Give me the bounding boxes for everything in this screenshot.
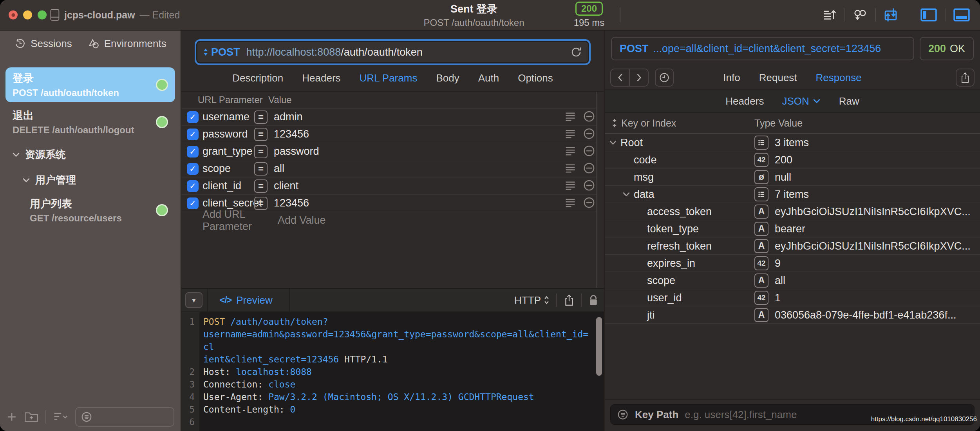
remove-param-button[interactable] bbox=[584, 180, 595, 192]
code-scrollbar-thumb[interactable] bbox=[596, 317, 602, 376]
minimize-button[interactable] bbox=[23, 11, 32, 20]
format-selector[interactable]: HTTP bbox=[514, 294, 549, 306]
params-scrollbar-track[interactable] bbox=[596, 92, 604, 288]
window-controls bbox=[9, 11, 47, 20]
param-checkbox[interactable]: ✓ bbox=[187, 111, 199, 123]
json-tree-row[interactable]: access_tokenAeyJhbGciOiJSUzI1NiIsInR5cCI… bbox=[605, 203, 980, 220]
param-name[interactable]: grant_type bbox=[203, 145, 254, 158]
resend-button[interactable] bbox=[570, 46, 582, 58]
equals-badge: = bbox=[254, 179, 268, 193]
json-tree-row[interactable]: code42200 bbox=[605, 151, 980, 168]
json-tree-row[interactable]: scopeAall bbox=[605, 272, 980, 289]
json-tree-row[interactable]: Root3 items bbox=[605, 134, 980, 151]
add-url-parameter-button[interactable]: Add URL Parameter bbox=[203, 208, 271, 233]
http-preview-code[interactable]: 1POST /auth/oauth/token? username=admin&… bbox=[181, 312, 604, 431]
tab-url-params[interactable]: URL Params bbox=[360, 72, 418, 84]
toggle-bottom-panel-button[interactable] bbox=[953, 8, 970, 22]
tab-description[interactable]: Description bbox=[232, 72, 283, 84]
param-value[interactable]: all bbox=[274, 163, 604, 175]
zoom-button[interactable] bbox=[38, 11, 47, 20]
remove-param-button[interactable] bbox=[584, 197, 595, 210]
sidebar-request-item[interactable]: 登录POST /auth/oauth/token bbox=[5, 67, 175, 102]
json-tree-row[interactable]: data7 items bbox=[605, 186, 980, 203]
request-list: 登录POST /auth/oauth/token退出DELETE /auth/o… bbox=[0, 56, 181, 403]
close-button[interactable] bbox=[9, 11, 18, 20]
sidebar-group-item[interactable]: 用户管理 bbox=[0, 167, 181, 193]
environments-button[interactable]: Environments bbox=[88, 38, 166, 50]
param-checkbox[interactable]: ✓ bbox=[187, 197, 199, 209]
response-subtab-raw[interactable]: Raw bbox=[839, 95, 859, 107]
response-request-summary[interactable]: POST ...ope=all&client_id=client&client_… bbox=[611, 37, 914, 60]
json-tree-row[interactable]: msgønull bbox=[605, 168, 980, 186]
response-subtab-headers[interactable]: Headers bbox=[725, 95, 764, 107]
document-proxy[interactable]: jcps-cloud.paw — Edited bbox=[50, 9, 180, 21]
param-name[interactable]: client_id bbox=[203, 180, 254, 192]
add-request-button[interactable] bbox=[6, 411, 17, 422]
param-value[interactable]: client bbox=[274, 180, 604, 192]
param-checkbox[interactable]: ✓ bbox=[187, 129, 199, 140]
add-value-button[interactable]: Add Value bbox=[278, 214, 604, 226]
tab-options[interactable]: Options bbox=[518, 72, 553, 84]
tab-body[interactable]: Body bbox=[436, 72, 459, 84]
param-checkbox[interactable]: ✓ bbox=[187, 146, 199, 158]
method-selector[interactable]: POST bbox=[203, 46, 240, 58]
sidebar-request-item[interactable]: 退出DELETE /auth/oauth/logout bbox=[5, 105, 175, 139]
value-format-button[interactable] bbox=[565, 198, 576, 209]
toggle-sidebar-button[interactable] bbox=[920, 8, 937, 22]
param-value[interactable]: 123456 bbox=[274, 197, 604, 209]
json-tree-row[interactable]: refresh_tokenAeyJhbGciOiJSUzI1NiIsInR5cC… bbox=[605, 237, 980, 255]
response-subtab-json[interactable]: JSON bbox=[782, 95, 821, 107]
sidebar-request-item[interactable]: 用户列表GET /resource/users bbox=[23, 193, 175, 228]
value-format-button[interactable] bbox=[565, 163, 576, 174]
param-row: ✓username=admin bbox=[181, 109, 604, 126]
tab-headers-label: Headers bbox=[302, 72, 340, 84]
share-preview-button[interactable] bbox=[564, 294, 574, 306]
response-tab-info[interactable]: Info bbox=[723, 72, 740, 84]
tab-headers[interactable]: Headers bbox=[302, 72, 340, 84]
param-name[interactable]: username bbox=[203, 111, 254, 123]
collapse-all-button[interactable] bbox=[609, 118, 620, 128]
json-tree-row[interactable]: user_id421 bbox=[605, 289, 980, 306]
sidebar-group-item[interactable]: 资源系统 bbox=[0, 142, 181, 167]
ssl-lock-button[interactable] bbox=[589, 295, 598, 306]
value-format-button[interactable] bbox=[565, 146, 576, 157]
value-format-button[interactable] bbox=[565, 129, 576, 140]
remove-param-button[interactable] bbox=[584, 111, 595, 123]
remove-param-button[interactable] bbox=[584, 128, 595, 141]
type-icon-number: 42 bbox=[754, 153, 768, 167]
response-tab-request[interactable]: Request bbox=[759, 72, 797, 84]
param-value[interactable]: 123456 bbox=[274, 128, 604, 140]
line-number: 2 bbox=[181, 366, 199, 378]
remove-param-button[interactable] bbox=[584, 163, 595, 175]
export-response-button[interactable] bbox=[956, 69, 975, 87]
value-format-button[interactable] bbox=[565, 181, 576, 192]
param-name[interactable]: client_secret bbox=[203, 197, 254, 209]
cloud-sync-button[interactable] bbox=[884, 8, 898, 22]
param-checkbox[interactable]: ✓ bbox=[187, 163, 199, 175]
value-format-button[interactable] bbox=[565, 112, 576, 123]
export-button[interactable] bbox=[823, 9, 837, 21]
json-tree-row[interactable]: jtiA036056a8-079e-4ffe-bdf1-e41ab236f... bbox=[605, 306, 980, 324]
sync-button[interactable] bbox=[853, 9, 867, 21]
json-tree-row[interactable]: token_typeAbearer bbox=[605, 220, 980, 237]
chevron-down-icon[interactable] bbox=[622, 190, 631, 199]
filter-requests-input[interactable] bbox=[75, 407, 174, 427]
json-tree-row[interactable]: expires_in429 bbox=[605, 255, 980, 272]
chevron-down-icon bbox=[812, 97, 821, 105]
param-name[interactable]: scope bbox=[203, 163, 254, 175]
remove-param-button[interactable] bbox=[584, 145, 595, 158]
sort-options-button[interactable] bbox=[53, 411, 68, 422]
param-value[interactable]: password bbox=[274, 145, 604, 158]
panel-mode-dropdown[interactable]: ▼ bbox=[185, 292, 203, 308]
tab-auth[interactable]: Auth bbox=[478, 72, 499, 84]
sessions-button[interactable]: Sessions bbox=[14, 38, 72, 50]
add-group-button[interactable] bbox=[24, 411, 38, 423]
tab-preview[interactable]: </> Preview bbox=[208, 294, 284, 306]
param-value[interactable]: admin bbox=[274, 111, 604, 123]
param-checkbox[interactable]: ✓ bbox=[187, 180, 199, 192]
line-number: 7 bbox=[181, 428, 199, 431]
chevron-down-icon[interactable] bbox=[609, 138, 617, 147]
response-tab-response[interactable]: Response bbox=[816, 72, 862, 84]
param-name[interactable]: password bbox=[203, 128, 254, 140]
url-input[interactable]: POST http://localhost:8088/auth/oauth/to… bbox=[195, 39, 591, 65]
